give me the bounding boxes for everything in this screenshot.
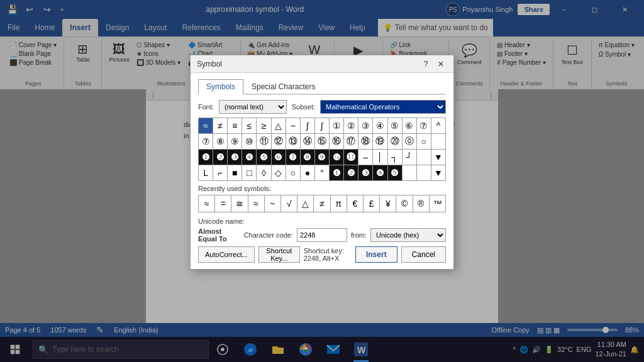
- symbol-cell[interactable]: ❶: [330, 165, 343, 180]
- symbol-cell[interactable]: ⑦: [417, 118, 431, 133]
- symbol-cell[interactable]: L: [199, 165, 213, 180]
- recent-symbol[interactable]: √: [281, 195, 297, 212]
- symbol-cell[interactable]: [417, 150, 431, 165]
- recent-symbol[interactable]: ©: [396, 195, 412, 212]
- insert-button[interactable]: Insert: [355, 246, 397, 263]
- symbol-cell[interactable]: ④: [373, 118, 387, 133]
- symbol-cell[interactable]: ⑨: [228, 134, 242, 149]
- symbol-cell[interactable]: ⑱: [358, 134, 372, 149]
- symbol-cell[interactable]: ❶: [199, 150, 213, 165]
- symbol-cell[interactable]: −: [286, 118, 300, 133]
- recent-symbol[interactable]: ≅: [231, 195, 247, 212]
- symbol-cell[interactable]: ⑬: [286, 134, 300, 149]
- recent-symbol[interactable]: ≈: [248, 195, 264, 212]
- symbol-cell[interactable]: ○: [286, 165, 300, 180]
- symbol-cell[interactable]: ⑭: [301, 134, 314, 149]
- symbol-cell[interactable]: △: [272, 118, 286, 133]
- recent-symbol[interactable]: ≈: [199, 195, 214, 212]
- symbol-cell[interactable]: [417, 165, 431, 180]
- font-select[interactable]: (normal text): [219, 100, 287, 114]
- recent-symbol[interactable]: ®: [413, 195, 429, 212]
- symbol-cell[interactable]: ▼: [431, 165, 445, 180]
- symbol-cell[interactable]: –: [358, 150, 372, 165]
- symbol-cell[interactable]: ∫: [301, 118, 314, 133]
- symbol-cell[interactable]: ⑫: [272, 134, 286, 149]
- dialog-tab-special[interactable]: Special Characters: [243, 79, 323, 95]
- recent-symbol[interactable]: ™: [430, 195, 445, 212]
- symbol-cell[interactable]: ⓪: [402, 134, 416, 149]
- symbol-cell[interactable]: □: [242, 165, 256, 180]
- symbol-cell[interactable]: ^: [431, 118, 445, 133]
- symbol-cell[interactable]: [431, 134, 445, 149]
- symbol-cell[interactable]: ≤: [242, 118, 256, 133]
- symbol-cell[interactable]: │: [373, 150, 387, 165]
- symbol-cell[interactable]: ⑦: [199, 134, 213, 149]
- symbol-cell[interactable]: ⓫: [344, 150, 358, 165]
- symbol-cell[interactable]: ❷: [213, 150, 227, 165]
- symbol-cell[interactable]: ⑲: [373, 134, 387, 149]
- symbol-cell[interactable]: ❹: [373, 165, 387, 180]
- recent-symbol[interactable]: ≠: [314, 195, 330, 212]
- symbol-cell[interactable]: ┐: [388, 150, 402, 165]
- symbol-cell[interactable]: ∫: [315, 118, 329, 133]
- recent-symbol[interactable]: =: [215, 195, 231, 212]
- subset-select[interactable]: Mathematical Operators: [320, 100, 446, 114]
- dialog-close-button[interactable]: ✕: [435, 58, 447, 70]
- symbol-cell[interactable]: ❸: [228, 150, 242, 165]
- symbol-cell[interactable]: ❾: [315, 150, 329, 165]
- dialog-title: Symbol: [197, 60, 222, 69]
- recent-symbol[interactable]: €: [347, 195, 363, 212]
- symbol-cell[interactable]: ❿: [330, 150, 343, 165]
- from-label: from:: [351, 231, 367, 239]
- symbol-cell[interactable]: ○: [417, 134, 431, 149]
- shortcut-key-button[interactable]: Shortcut Key...: [258, 246, 300, 263]
- symbol-cell[interactable]: ❺: [257, 150, 270, 165]
- recent-symbol[interactable]: ~: [265, 195, 280, 212]
- autocorrect-button[interactable]: AutoCorrect...: [198, 246, 255, 263]
- symbol-cell[interactable]: ②: [344, 118, 358, 133]
- symbol-cell[interactable]: ⑳: [388, 134, 402, 149]
- symbol-cell[interactable]: ①: [330, 118, 343, 133]
- symbol-cell[interactable]: ●: [301, 165, 314, 180]
- symbol-cell[interactable]: ⑤: [388, 118, 402, 133]
- symbol-cell[interactable]: ❹: [242, 150, 256, 165]
- symbol-cell[interactable]: ◊: [257, 165, 270, 180]
- dialog-title-buttons: ? ✕: [419, 58, 447, 70]
- symbol-cell[interactable]: [402, 165, 416, 180]
- shortcut-info: Shortcut key: 2248, Alt+X: [304, 247, 352, 262]
- symbol-cell[interactable]: ┘: [402, 150, 416, 165]
- symbol-cell[interactable]: ⑮: [315, 134, 329, 149]
- dialog-tab-symbols[interactable]: Symbols: [198, 79, 243, 95]
- symbol-cell[interactable]: ⑧: [213, 134, 227, 149]
- symbol-cell[interactable]: ≈: [199, 118, 213, 133]
- dialog-overlay: Symbol ? ✕ Symbols Special Characters Fo…: [0, 0, 644, 362]
- symbol-cell[interactable]: ≡: [228, 118, 242, 133]
- symbol-cell[interactable]: ≥: [257, 118, 270, 133]
- symbol-cell[interactable]: ⑪: [257, 134, 270, 149]
- cancel-button[interactable]: Cancel: [401, 246, 446, 263]
- recent-symbol[interactable]: ¥: [380, 195, 396, 212]
- symbol-cell[interactable]: ❷: [344, 165, 358, 180]
- symbol-cell[interactable]: ③: [358, 118, 372, 133]
- symbol-cell[interactable]: ⑩: [242, 134, 256, 149]
- recent-symbol[interactable]: △: [297, 195, 313, 212]
- symbol-cell[interactable]: ◇: [272, 165, 286, 180]
- symbol-cell[interactable]: ❽: [301, 150, 314, 165]
- symbol-cell[interactable]: °: [315, 165, 329, 180]
- recent-symbol[interactable]: £: [364, 195, 379, 212]
- symbol-cell[interactable]: ⑥: [402, 118, 416, 133]
- symbol-cell[interactable]: ■: [228, 165, 242, 180]
- symbol-cell[interactable]: ❻: [272, 150, 286, 165]
- symbol-cell[interactable]: ⑯: [330, 134, 343, 149]
- symbol-cell[interactable]: ▼: [431, 150, 445, 165]
- recent-symbol[interactable]: π: [331, 195, 347, 212]
- dialog-help-button[interactable]: ?: [419, 58, 432, 70]
- symbol-cell[interactable]: ❸: [358, 165, 372, 180]
- symbol-cell[interactable]: ❺: [388, 165, 402, 180]
- symbol-cell[interactable]: ❼: [286, 150, 300, 165]
- from-select[interactable]: Unicode (hex): [370, 228, 446, 242]
- symbol-cell[interactable]: ⌐: [213, 165, 227, 180]
- char-code-input[interactable]: [297, 228, 347, 242]
- symbol-cell[interactable]: ≠: [213, 118, 227, 133]
- symbol-cell[interactable]: ⑰: [344, 134, 358, 149]
